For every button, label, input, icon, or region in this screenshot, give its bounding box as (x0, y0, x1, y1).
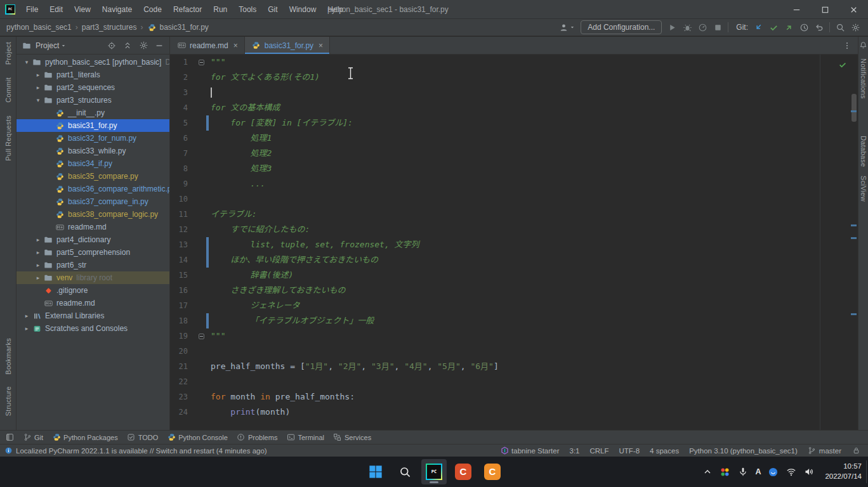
search-everywhere-button[interactable] (835, 22, 845, 32)
tree-item-basic32-for-num-py[interactable]: basic32_for_num.py (16, 132, 169, 145)
gutter[interactable]: 8 (170, 161, 211, 176)
menu-refactor[interactable]: Refactor (168, 0, 207, 19)
taskbar-app-c2-button[interactable]: C (480, 459, 505, 484)
rollback-button[interactable] (814, 22, 824, 32)
tree-item-init-py[interactable]: __init__.py (16, 107, 169, 119)
start-button[interactable] (363, 459, 388, 484)
toolwindow-button-services[interactable]: Services (333, 433, 371, 442)
toolwindow-button-todo[interactable]: TODO (127, 433, 159, 442)
tree-item-basic36-compare-arithmetic-py[interactable]: basic36_compare_arithmetic.py (16, 183, 169, 195)
tab-options-button[interactable] (836, 37, 858, 54)
menu-window[interactable]: Window (284, 0, 322, 19)
status-line-separator[interactable]: CRLF (589, 447, 608, 455)
hide-panel-icon[interactable] (154, 41, 164, 51)
toolwindow-button-terminal[interactable]: Terminal (286, 433, 324, 442)
gutter[interactable]: 15 (170, 268, 211, 283)
fold-marker-icon[interactable] (199, 60, 204, 65)
change-stripe-mark[interactable] (851, 224, 857, 226)
chevron-down-icon[interactable]: ▾ (33, 97, 43, 103)
gutter[interactable]: 19 (170, 328, 211, 344)
gutter[interactable]: 6 (170, 131, 211, 146)
chevron-right-icon[interactable]: ▸ (33, 72, 43, 78)
close-tab-icon[interactable]: × (233, 42, 238, 49)
tree-item-part3-structures[interactable]: ▾part3_structures (16, 94, 169, 107)
tree-item-basic37-compare-in-py[interactable]: basic37_compare_in.py (16, 195, 169, 208)
add-configuration-button[interactable]: Add Configuration... (581, 20, 662, 34)
tree-item-scratches-and-consoles[interactable]: ▸Scratches and Consoles (16, 322, 169, 335)
run-button[interactable] (667, 22, 677, 32)
project-tree[interactable]: ▾python_basic_sec1 [python_basic]D:\...▸… (16, 55, 169, 430)
collapse-all-icon[interactable] (122, 41, 133, 51)
toolwindow-button-git[interactable]: Git (23, 433, 43, 442)
tab-readme-md[interactable]: readme.md× (170, 37, 245, 54)
tree-item-basic34-if-py[interactable]: basic34_if.py (16, 157, 169, 170)
menu-view[interactable]: View (69, 0, 96, 19)
menu-navigate[interactable]: Navigate (96, 0, 138, 19)
gutter[interactable]: 23 (170, 389, 211, 405)
gutter[interactable]: 5 (170, 115, 211, 131)
gutter[interactable]: 14 (170, 252, 211, 268)
git-update-button[interactable] (753, 22, 763, 32)
gutter[interactable]: 13 (170, 237, 211, 252)
toolwindow-button-python-packages[interactable]: Python Packages (52, 433, 118, 442)
menu-tools[interactable]: Tools (233, 0, 262, 19)
menu-git[interactable]: Git (262, 0, 283, 19)
editor-scrollbar[interactable] (852, 94, 857, 122)
chevron-right-icon[interactable]: ▸ (22, 325, 32, 332)
breadcrumb-item-basic31-for-py[interactable]: basic31_for.py (147, 22, 208, 32)
chevron-right-icon[interactable]: ▸ (33, 249, 43, 256)
panel-settings-icon[interactable] (138, 41, 148, 51)
tool-stripe-notifications[interactable]: Notifications (860, 58, 867, 99)
tree-item-python-basic-sec1-python-basic[interactable]: ▾python_basic_sec1 [python_basic]D:\... (16, 56, 169, 68)
menu-run[interactable]: Run (207, 0, 233, 19)
toolwindow-button-python-console[interactable]: Python Console (167, 433, 228, 442)
volume-icon[interactable] (803, 467, 814, 477)
chevron-down-icon[interactable] (60, 41, 67, 51)
status-tabnine[interactable]: tabnine Starter (500, 446, 559, 455)
menu-edit[interactable]: Edit (44, 0, 69, 19)
tray-color-app-icon[interactable] (720, 467, 730, 477)
tree-item-part5-comprehension[interactable]: ▸part5_comprehension (16, 246, 169, 259)
tree-item-basic35-compare-py[interactable]: basic35_compare.py (16, 170, 169, 183)
tool-stripe-structure[interactable]: Structure (4, 386, 12, 416)
status-indent[interactable]: 4 spaces (650, 447, 679, 455)
gutter[interactable]: 24 (170, 405, 211, 420)
tool-stripe-database[interactable]: Database (860, 136, 867, 167)
microphone-icon[interactable] (737, 467, 748, 477)
change-marker[interactable] (206, 237, 209, 252)
gutter[interactable]: 17 (170, 298, 211, 313)
chevron-right-icon[interactable]: ▸ (33, 237, 43, 243)
menu-file[interactable]: File (20, 0, 44, 19)
tool-stripe-sciview[interactable]: SciView (860, 176, 867, 202)
close-tab-icon[interactable]: × (319, 42, 323, 49)
chevron-right-icon[interactable]: ▸ (33, 84, 43, 91)
profile-button[interactable] (558, 22, 575, 32)
tree-item-part1-literals[interactable]: ▸part1_literals (16, 68, 169, 81)
chevron-right-icon[interactable]: ▸ (33, 275, 43, 281)
chevron-right-icon[interactable]: ▸ (33, 262, 43, 268)
status-message[interactable]: Localized PyCharm 2022.1.1 is available … (16, 447, 267, 455)
tree-item-gitignore[interactable]: .gitignore (16, 284, 169, 297)
gutter[interactable]: 1 (170, 55, 211, 70)
profiler-button[interactable] (697, 22, 707, 32)
gutter[interactable]: 11 (170, 207, 211, 222)
taskbar-app-c1-button[interactable]: C (450, 459, 476, 484)
gutter[interactable]: 4 (170, 100, 211, 115)
ime-indicator[interactable]: A (755, 467, 761, 476)
change-marker[interactable] (206, 115, 209, 131)
tree-item-venv[interactable]: ▸venvlibrary root (16, 271, 169, 284)
status-lock[interactable] (852, 446, 860, 455)
tree-item-part2-sequences[interactable]: ▸part2_sequences (16, 81, 169, 94)
taskbar-pycharm-button[interactable]: PC (421, 459, 447, 484)
gutter[interactable]: 10 (170, 192, 211, 207)
stop-button[interactable] (713, 22, 723, 32)
tree-item-readme-md[interactable]: readme.md (16, 297, 169, 309)
breadcrumb-item-part3-structures[interactable]: part3_structures (82, 23, 137, 32)
tree-item-basic31-for-py[interactable]: basic31_for.py (16, 119, 169, 132)
tree-item-basic38-compare-logic-py[interactable]: basic38_compare_logic.py (16, 208, 169, 221)
taskbar-search-button[interactable] (392, 459, 418, 484)
git-commit-button[interactable] (768, 22, 779, 32)
tray-overflow-icon[interactable] (702, 467, 713, 477)
wifi-icon[interactable] (786, 467, 796, 477)
notifications-bell-icon[interactable] (859, 41, 868, 49)
